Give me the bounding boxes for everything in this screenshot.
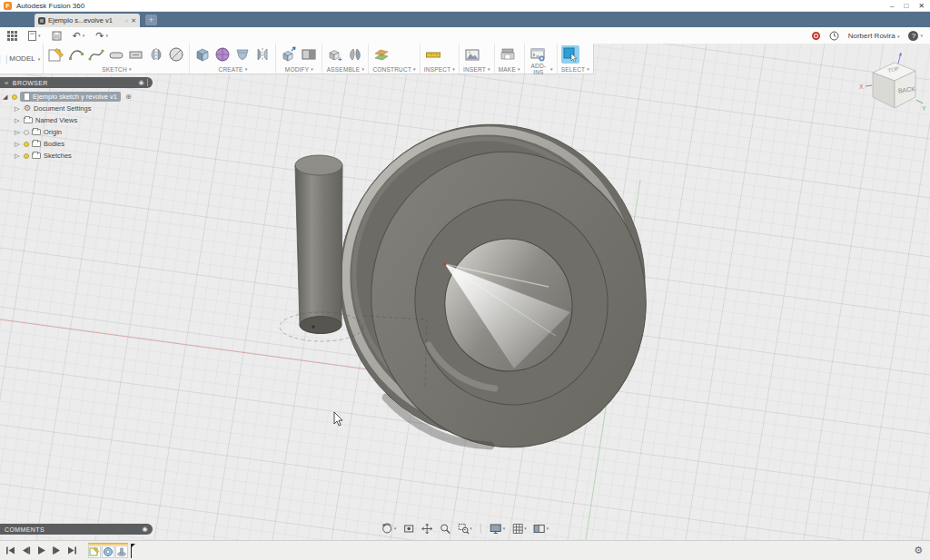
step-forward-button[interactable]: [52, 545, 62, 555]
app-grid-icon[interactable]: [7, 31, 17, 41]
tree-item-document-settings[interactable]: ▷ ⚙ Document Settings: [0, 103, 153, 114]
workspace-switcher[interactable]: MODEL▾: [6, 44, 44, 74]
step-back-button[interactable]: [21, 545, 31, 555]
os-titlebar: F Autodesk Fusion 360 – □ ✕: [0, 0, 930, 12]
select-group-label[interactable]: SELECT▾: [561, 64, 589, 74]
tab-close-icon[interactable]: ✕: [131, 17, 136, 25]
expand-icon[interactable]: ▷: [15, 117, 21, 124]
construction-plane-button[interactable]: [372, 45, 391, 64]
expand-icon[interactable]: ▷: [15, 129, 21, 136]
new-tab-button[interactable]: +: [145, 15, 157, 25]
loft-button[interactable]: [233, 45, 252, 64]
model-pulley-body[interactable]: [320, 104, 666, 465]
panel-options-icon[interactable]: ◉: [142, 526, 148, 533]
maximize-button[interactable]: □: [904, 2, 908, 10]
document-tab[interactable]: Ejemplo s...evolve v1 ○ ✕: [35, 14, 140, 27]
measure-button[interactable]: [424, 45, 442, 64]
slot-tool-button[interactable]: [107, 45, 125, 64]
viewcube-y-label: Y: [922, 105, 926, 112]
arc-tool-button[interactable]: [67, 45, 85, 64]
user-menu[interactable]: Norbert Rovira ▾: [848, 32, 900, 40]
visibility-bulb-icon[interactable]: [24, 153, 29, 159]
make-group-label[interactable]: MAKE▾: [499, 64, 520, 74]
add-icon[interactable]: ⊕: [125, 93, 132, 101]
collapse-panel-icon[interactable]: «: [5, 79, 9, 87]
timeline-playhead[interactable]: [129, 544, 138, 558]
modify-group-label[interactable]: MODIFY▾: [280, 64, 318, 74]
minimize-button[interactable]: –: [890, 2, 894, 10]
revolve-button[interactable]: [253, 45, 272, 64]
sketch-mirror-button[interactable]: [147, 45, 165, 64]
viewport-canvas[interactable]: ❘❘ MODEL▾ SKETCH▾: [0, 44, 930, 540]
expand-icon[interactable]: ◢: [3, 93, 9, 101]
tree-item-origin[interactable]: ▷ Origin: [0, 126, 153, 138]
expand-icon[interactable]: ▷: [15, 152, 21, 160]
coil-button[interactable]: [213, 45, 232, 64]
tree-item-sketches[interactable]: ▷ Sketches: [0, 150, 153, 162]
visibility-bulb-icon[interactable]: [24, 142, 29, 147]
zoom-window-button[interactable]: ▾: [457, 523, 472, 535]
create-group-label[interactable]: CREATE▾: [193, 64, 272, 74]
rectangle-tool-button[interactable]: [127, 45, 145, 64]
quick-access-toolbar: ▾ ↶▾ ↷▾ Norbert Rovira ▾ ?▾: [0, 27, 930, 44]
construct-group-label[interactable]: CONSTRUCT▾: [372, 64, 415, 74]
timeline-sketch-feature[interactable]: [88, 545, 101, 558]
grid-snap-button[interactable]: ▾: [511, 523, 527, 535]
timeline-settings-gear-icon[interactable]: ⚙: [914, 545, 923, 556]
expand-icon[interactable]: ▷: [15, 105, 21, 113]
timeline-revolve2-feature[interactable]: [115, 545, 128, 558]
assemble-group-label[interactable]: ASSEMBLE▾: [326, 64, 364, 74]
select-tool-button[interactable]: [561, 45, 579, 64]
display-settings-button[interactable]: ▾: [490, 523, 506, 535]
create-sketch-button[interactable]: [47, 45, 65, 64]
zoom-button[interactable]: [439, 523, 450, 535]
tree-item-named-views[interactable]: ▷ Named Views: [0, 114, 153, 126]
redo-button[interactable]: ↷▾: [95, 31, 108, 41]
skip-to-end-button[interactable]: [67, 545, 77, 555]
ribbon-group-make: MAKE▾: [495, 44, 525, 74]
insert-image-button[interactable]: [463, 45, 481, 64]
timeline-revolve-feature[interactable]: [102, 545, 114, 558]
panel-options-icon[interactable]: ◉: [138, 79, 148, 86]
new-body-button[interactable]: [193, 45, 212, 64]
skip-to-start-button[interactable]: [5, 545, 15, 555]
press-pull-button[interactable]: [280, 45, 298, 64]
model-rod[interactable]: [295, 155, 342, 334]
browser-header[interactable]: « BROWSER ◉: [0, 77, 153, 88]
navigation-bar: ▾ ▾ ▾ ▾ ▾: [381, 521, 549, 535]
visibility-bulb-icon[interactable]: [12, 94, 17, 100]
sketch-group-label[interactable]: SKETCH▾: [47, 64, 185, 74]
tree-item-label: Named Views: [35, 116, 77, 124]
joint-button[interactable]: [346, 45, 364, 64]
close-button[interactable]: ✕: [918, 2, 925, 10]
3d-print-button[interactable]: [499, 45, 517, 64]
insert-group-label[interactable]: INSERT▾: [463, 64, 490, 74]
viewcube[interactable]: TOP BACK X Y: [858, 51, 927, 120]
visibility-bulb-icon[interactable]: [24, 130, 29, 135]
undo-button[interactable]: ↶▾: [73, 31, 85, 41]
job-status-icon[interactable]: [829, 31, 839, 41]
sketch-circle-button[interactable]: [167, 45, 185, 64]
new-component-button[interactable]: +: [326, 45, 344, 64]
orbit-button[interactable]: ▾: [381, 523, 397, 535]
tree-root-row[interactable]: ◢ Ejemplo sketch y revolve v1 ⊕: [0, 91, 153, 103]
save-button[interactable]: [52, 31, 62, 41]
timeline-playback-controls: [5, 545, 77, 555]
addins-group-label[interactable]: ADD-INS▾: [529, 64, 553, 74]
tree-item-bodies[interactable]: ▷ Bodies: [0, 138, 153, 150]
toolbar-drag-handle[interactable]: ❘❘: [0, 44, 6, 74]
pan-button[interactable]: [420, 523, 432, 535]
spline-tool-button[interactable]: [87, 45, 105, 64]
ribbon-group-sketch: SKETCH▾: [44, 44, 190, 74]
inspect-group-label[interactable]: INSPECT▾: [424, 64, 455, 74]
split-face-button[interactable]: [300, 45, 318, 64]
live-status-icon[interactable]: [812, 32, 820, 40]
viewports-button[interactable]: ▾: [533, 523, 549, 535]
look-at-button[interactable]: [402, 523, 414, 535]
play-button[interactable]: [36, 545, 46, 555]
expand-icon[interactable]: ▷: [15, 141, 21, 148]
help-menu[interactable]: ?▾: [908, 31, 923, 41]
comments-bar[interactable]: COMMENTS ◉: [0, 524, 153, 535]
file-menu-button[interactable]: ▾: [28, 31, 41, 41]
scripts-addins-button[interactable]: [529, 45, 547, 64]
